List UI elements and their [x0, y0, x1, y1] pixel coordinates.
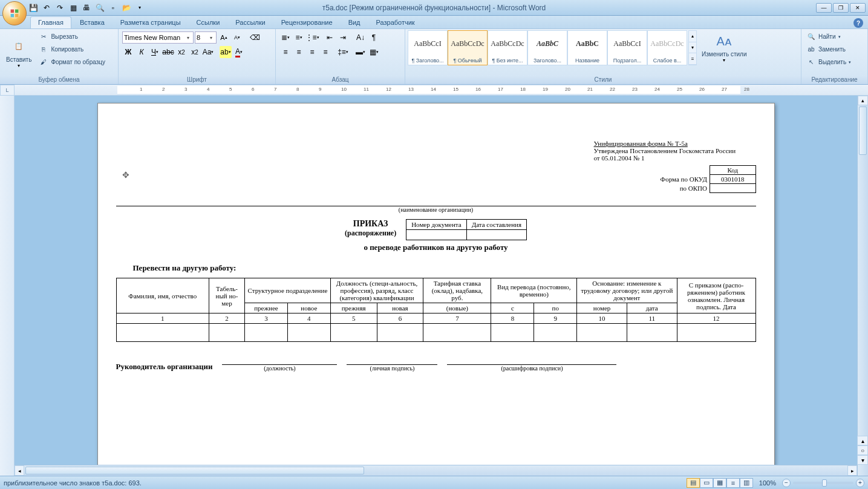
next-page-icon[interactable]: ▾	[857, 455, 868, 465]
style-item[interactable]: AaBbCcIПодзагол...	[607, 30, 647, 65]
office-button[interactable]	[2, 1, 27, 25]
scroll-up-icon[interactable]: ▴	[858, 96, 868, 105]
copy-button[interactable]: ⎘Копировать	[36, 43, 108, 56]
gallery-down-icon[interactable]: ▾	[689, 42, 696, 54]
styles-scroll[interactable]: ▴ ▾ ≡	[688, 30, 697, 65]
document-viewport[interactable]: ✥ Унифицированная форма № Т-5а Утвержден…	[15, 96, 857, 489]
superscript-button[interactable]: x2	[189, 46, 201, 58]
change-styles-button[interactable]: Aᴀ Изменить стили ▾	[698, 30, 750, 64]
bold-button[interactable]: Ж	[122, 46, 134, 58]
vertical-scrollbar[interactable]: ▴ ▾	[857, 96, 868, 489]
tab-home[interactable]: Главная	[30, 16, 71, 28]
format-painter-button[interactable]: 🖌Формат по образцу	[36, 56, 108, 68]
view-reading[interactable]: ▭	[700, 478, 713, 488]
help-icon[interactable]: ?	[853, 18, 863, 28]
view-print-layout[interactable]: ▤	[687, 478, 700, 488]
horizontal-scrollbar[interactable]: ◂ ▸	[15, 465, 857, 476]
styles-gallery[interactable]: AaBbCcI¶ Заголово...AaBbCcDc¶ ОбычныйAaB…	[408, 30, 687, 65]
zoom-in-button[interactable]: +	[856, 479, 864, 487]
tab-review[interactable]: Рецензирование	[274, 17, 340, 28]
zoom-slider-track[interactable]	[793, 482, 853, 484]
qat-table-icon[interactable]: ▦	[68, 2, 79, 13]
gallery-more-icon[interactable]: ≡	[689, 53, 696, 65]
bullets-button[interactable]: ≣▾	[279, 31, 292, 44]
borders-button[interactable]: ▦▾	[368, 46, 380, 58]
vertical-ruler[interactable]	[0, 96, 15, 489]
change-case-button[interactable]: Aa▾	[202, 46, 214, 58]
shrink-font-button[interactable]: A▾	[231, 31, 243, 44]
gallery-up-icon[interactable]: ▴	[689, 31, 696, 42]
view-outline[interactable]: ≡	[726, 478, 740, 488]
clear-format-button[interactable]: ⌫	[249, 31, 261, 44]
view-web[interactable]: ▦	[713, 478, 726, 488]
style-item[interactable]: AaBbCcDcСлабое в...	[647, 30, 687, 65]
style-item[interactable]: AaBbCЗаголово...	[527, 30, 567, 65]
tab-insert[interactable]: Вставка	[73, 17, 112, 28]
qat-open-icon[interactable]: 📂	[121, 2, 132, 13]
prev-page-icon[interactable]: ▴	[857, 436, 868, 445]
qat-dropdown-icon[interactable]: ▾	[134, 2, 145, 13]
subscript-button[interactable]: x2	[175, 46, 188, 58]
align-center-button[interactable]: ≡	[293, 46, 305, 58]
tab-references[interactable]: Ссылки	[189, 17, 227, 28]
replace-button[interactable]: abЗаменить	[804, 43, 853, 56]
qat-save-icon[interactable]: 💾	[28, 2, 39, 13]
document-page[interactable]: ✥ Унифицированная форма № Т-5а Утвержден…	[97, 103, 775, 489]
font-size-combo[interactable]: 8▾	[195, 31, 217, 44]
align-justify-button[interactable]: ≡	[319, 46, 331, 58]
highlight-button[interactable]: ab▾	[220, 46, 232, 58]
scroll-right-icon[interactable]: ▸	[847, 465, 857, 476]
zoom-slider-thumb[interactable]	[822, 479, 827, 487]
find-button[interactable]: 🔍Найти ▾	[804, 30, 853, 43]
scroll-left-icon[interactable]: ◂	[15, 465, 24, 476]
qat-preview-icon[interactable]: 🔍	[94, 2, 105, 13]
strike-button[interactable]: abc	[162, 46, 174, 58]
table-anchor-icon[interactable]: ✥	[122, 170, 129, 180]
font-family-combo[interactable]: Times New Roman▾	[122, 31, 194, 44]
qat-undo-icon[interactable]: ↶	[41, 2, 52, 13]
tab-mailings[interactable]: Рассылки	[228, 17, 272, 28]
horizontal-ruler[interactable]: 1234567891011121314151617181920212223242…	[15, 85, 868, 96]
grow-font-button[interactable]: A▴	[218, 31, 230, 44]
line-spacing-button[interactable]: ‡≡▾	[337, 46, 349, 58]
brush-icon: 🖌	[39, 57, 48, 67]
italic-button[interactable]: К	[135, 46, 148, 58]
close-button[interactable]: ✕	[850, 3, 866, 13]
show-marks-button[interactable]: ¶	[368, 31, 380, 44]
zoom-out-button[interactable]: −	[782, 479, 791, 487]
tab-view[interactable]: Вид	[341, 17, 368, 28]
style-item[interactable]: AaBbCcI¶ Заголово...	[408, 30, 448, 65]
view-draft[interactable]: ▥	[740, 478, 753, 488]
browse-object-icon[interactable]: ○	[857, 445, 868, 455]
select-button[interactable]: ↖Выделить ▾	[804, 56, 853, 68]
multilevel-button[interactable]: ⋮≡▾	[306, 31, 318, 44]
paste-button[interactable]: 📋 Вставить ▾	[2, 30, 35, 74]
font-color-button[interactable]: A▾	[233, 46, 245, 58]
align-right-button[interactable]: ≡	[306, 46, 318, 58]
qat-redo-icon[interactable]: ↷	[54, 2, 65, 13]
hscroll-thumb[interactable]	[25, 467, 364, 474]
zoom-value[interactable]: 100%	[759, 479, 776, 487]
numbering-button[interactable]: ≡▾	[293, 31, 305, 44]
underline-button[interactable]: Ч▾	[149, 46, 161, 58]
indent-dec-button[interactable]: ⇤	[324, 31, 336, 44]
maximize-button[interactable]: ❐	[833, 3, 849, 13]
tab-developer[interactable]: Разработчик	[369, 17, 422, 28]
chevron-down-icon[interactable]: ▾	[184, 35, 192, 41]
cut-button[interactable]: ✂Вырезать	[36, 30, 108, 43]
qat-quickprint-icon[interactable]: 🖶	[81, 2, 92, 13]
style-item[interactable]: AaBbCНазвание	[567, 30, 607, 65]
chevron-down-icon[interactable]: ▾	[207, 35, 215, 41]
select-icon: ↖	[806, 57, 816, 67]
style-item[interactable]: AaBbCcDc¶ Без инте...	[488, 30, 527, 65]
indent-inc-button[interactable]: ⇥	[337, 31, 349, 44]
tab-layout[interactable]: Разметка страницы	[113, 17, 188, 28]
sort-button[interactable]: A↓	[354, 31, 367, 44]
ruler-corner[interactable]: L	[0, 85, 15, 96]
shading-button[interactable]: ▬▾	[354, 46, 367, 58]
scroll-thumb[interactable]	[859, 107, 867, 155]
align-left-button[interactable]: ≡	[279, 46, 292, 58]
qat-new-icon[interactable]: ▫	[108, 2, 119, 13]
minimize-button[interactable]: —	[816, 3, 832, 13]
style-item[interactable]: AaBbCcDc¶ Обычный	[448, 30, 488, 65]
